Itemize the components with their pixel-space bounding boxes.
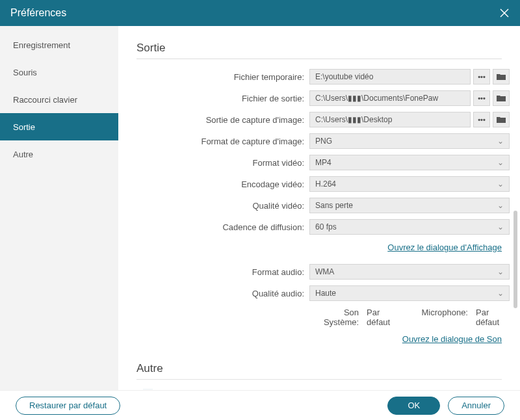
label-temp-file: Fichier temporaire: [136, 72, 309, 82]
chevron-down-icon: ⌄ [497, 222, 504, 231]
sidebar-item-enregistrement[interactable]: Enregistrement [0, 31, 118, 59]
label-capture-format: Format de capture d'image: [136, 137, 309, 146]
output-file-field[interactable]: C:\Users\▮▮▮\Documents\FonePaw [309, 90, 471, 106]
folder-icon[interactable] [493, 90, 510, 106]
titlebar: Préférences [0, 0, 520, 26]
folder-icon[interactable] [493, 69, 510, 85]
window-title: Préférences [10, 7, 66, 19]
chevron-down-icon: ⌄ [497, 289, 504, 298]
audio-quality-select[interactable]: Haute⌄ [309, 285, 510, 301]
browse-button[interactable]: ••• [473, 90, 490, 106]
open-display-dialog-link[interactable]: Ouvrez le dialogue d'Affichage [387, 243, 502, 252]
sidebar-item-label: Souris [13, 68, 37, 77]
audio-format-select[interactable]: WMA⌄ [309, 264, 510, 280]
chevron-down-icon: ⌄ [497, 267, 504, 276]
close-icon[interactable] [499, 8, 510, 18]
temp-file-field[interactable]: E:\youtube vidéo [309, 69, 471, 85]
chevron-down-icon: ⌄ [497, 201, 504, 210]
value-system-sound: Par défaut [367, 308, 403, 327]
label-capture-output: Sortie de capture d'image: [136, 115, 309, 125]
label-video-quality: Qualité vidéo: [136, 201, 309, 211]
fps-select[interactable]: 60 fps⌄ [309, 219, 510, 235]
restore-defaults-button[interactable]: Restaurer par défaut [16, 397, 120, 415]
label-output-file: Fichier de sortie: [136, 94, 309, 103]
folder-icon[interactable] [493, 112, 510, 127]
sidebar-item-autre[interactable]: Autre [0, 140, 118, 168]
sidebar-item-label: Autre [13, 150, 33, 159]
label-microphone: Microphone: [421, 308, 472, 327]
sidebar-item-label: Raccourci clavier [13, 95, 77, 105]
browse-button[interactable]: ••• [473, 112, 490, 127]
main-panel: Sortie Fichier temporaire: E:\youtube vi… [118, 26, 520, 390]
label-video-format: Format vidéo: [136, 158, 309, 168]
label-fps: Cadence de diffusion: [136, 222, 309, 232]
capture-format-select[interactable]: PNG⌄ [309, 133, 510, 149]
cancel-button[interactable]: Annuler [448, 397, 504, 415]
ok-button[interactable]: OK [387, 397, 440, 415]
capture-output-field[interactable]: C:\Users\▮▮▮\Desktop [309, 112, 471, 127]
label-system-sound: Son Système: [309, 308, 363, 327]
fade-overlay [118, 377, 520, 390]
sidebar: Enregistrement Souris Raccourci clavier … [0, 26, 118, 390]
sidebar-item-sortie[interactable]: Sortie [0, 113, 118, 140]
video-encoding-select[interactable]: H.264⌄ [309, 176, 510, 192]
footer: Restaurer par défaut OK Annuler [0, 390, 520, 420]
section-header-sortie: Sortie [136, 42, 502, 59]
chevron-down-icon: ⌄ [497, 158, 504, 167]
label-audio-format: Format audio: [136, 267, 309, 277]
scrollbar-thumb[interactable] [514, 211, 517, 308]
sidebar-item-label: Sortie [13, 122, 35, 132]
sidebar-item-souris[interactable]: Souris [0, 59, 118, 86]
video-format-select[interactable]: MP4⌄ [309, 155, 510, 170]
chevron-down-icon: ⌄ [497, 179, 504, 189]
video-quality-select[interactable]: Sans perte⌄ [309, 198, 510, 213]
sidebar-item-raccourci[interactable]: Raccourci clavier [0, 86, 118, 113]
sidebar-item-label: Enregistrement [13, 40, 70, 50]
browse-button[interactable]: ••• [473, 69, 490, 85]
label-video-encoding: Encodage vidéo: [136, 179, 309, 189]
value-microphone: Par défaut [476, 308, 510, 327]
label-audio-quality: Qualité audio: [136, 289, 309, 298]
chevron-down-icon: ⌄ [497, 137, 504, 146]
open-sound-dialog-link[interactable]: Ouvrez le dialogue de Son [402, 334, 502, 344]
